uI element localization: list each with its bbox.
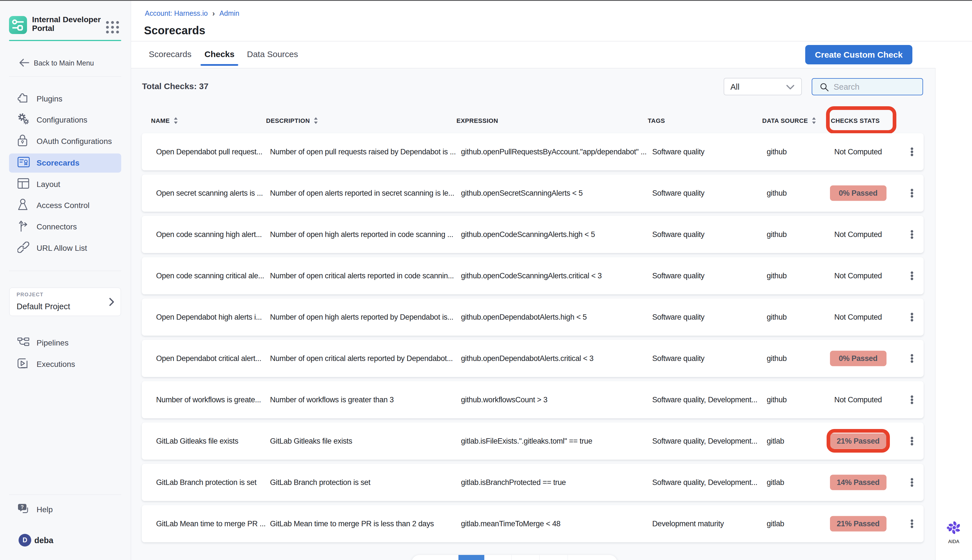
svg-text:?: ? (21, 504, 24, 510)
